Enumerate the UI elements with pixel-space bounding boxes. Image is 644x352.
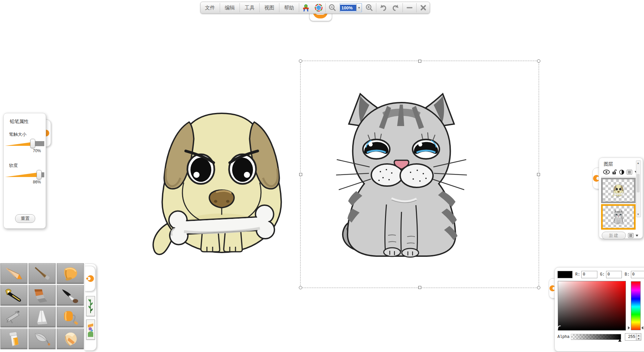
contrast-icon[interactable] — [619, 170, 624, 175]
selection-marquee[interactable] — [300, 61, 539, 288]
fountain-pen-icon — [4, 287, 24, 303]
brush-workspace-button[interactable] — [300, 2, 312, 13]
saturation-value-picker[interactable] — [558, 281, 626, 331]
divider — [279, 3, 279, 12]
selection-handle-bottom-right[interactable] — [537, 286, 540, 289]
sv-cursor[interactable] — [557, 326, 563, 331]
palette-tab[interactable] — [85, 266, 95, 291]
menu-file[interactable]: 文件 — [201, 2, 219, 13]
brush-tile-charcoal[interactable] — [29, 263, 56, 284]
reset-button[interactable]: 重置 — [15, 214, 35, 223]
main-toolbar: 文件 编辑 工具 视图 帮助 100% ▼ — [200, 2, 430, 14]
alpha-marker[interactable] — [618, 339, 622, 342]
lock-icon[interactable] — [612, 169, 617, 175]
brush-tile-pencil[interactable] — [0, 263, 28, 284]
rgb-row: R: 0 G: 0 B: 0 — [557, 271, 644, 278]
brush-tile-flat-brush[interactable] — [29, 285, 56, 306]
selection-handle-bottom-middle[interactable] — [418, 286, 421, 289]
softness-slider-handle[interactable] — [37, 170, 42, 179]
menu-edit[interactable]: 编辑 — [220, 2, 239, 13]
zoom-level-field[interactable]: 100% ▼ — [340, 3, 362, 12]
zoom-out-icon — [328, 4, 336, 12]
ink-brush-icon — [60, 287, 81, 303]
alpha-value[interactable]: 255 — [625, 334, 636, 340]
brush-tile-airbrush[interactable] — [0, 307, 28, 328]
brush-size-slider-handle[interactable] — [30, 139, 35, 148]
zoom-level-value[interactable]: 100% — [340, 5, 356, 11]
color-picker-panel: R: 0 G: 0 B: 0 Alpha 255 ▲ ▼ — [554, 267, 644, 352]
scroll-up-icon[interactable]: ▲ — [636, 162, 640, 165]
color-workspace-button[interactable] — [312, 2, 325, 13]
layers-scrollbar[interactable]: ▲ ▼ — [636, 160, 641, 217]
visibility-eye-icon[interactable] — [603, 170, 610, 174]
dog-drawing[interactable] — [146, 108, 298, 257]
g-input[interactable]: 0 — [606, 271, 622, 278]
selection-handle-top-left[interactable] — [299, 59, 302, 63]
undo-button[interactable] — [377, 2, 389, 13]
layer-menu-icon[interactable] — [627, 170, 632, 175]
close-icon — [419, 4, 427, 12]
softness-slider[interactable] — [5, 170, 44, 179]
flat-brush-icon — [32, 287, 53, 303]
brush-size-slider[interactable] — [5, 139, 44, 148]
layers-bottom-bar: 新建 — [602, 232, 643, 239]
zoom-in-icon — [365, 4, 373, 12]
divider — [299, 3, 299, 12]
chevron-down-icon[interactable] — [636, 235, 638, 237]
scroll-down-icon[interactable]: ▼ — [636, 213, 640, 216]
b-input[interactable]: 0 — [631, 271, 644, 278]
spinner-up-icon[interactable]: ▲ — [636, 334, 641, 337]
airbrush-icon — [4, 309, 24, 325]
divider — [239, 3, 240, 12]
charcoal-icon — [32, 266, 53, 282]
selection-handle-top-middle[interactable] — [418, 60, 421, 63]
selection-handle-middle-left[interactable] — [299, 173, 302, 176]
selection-handle-middle-right[interactable] — [537, 173, 540, 176]
spinner-down-icon[interactable]: ▼ — [636, 337, 641, 340]
alpha-row: Alpha — [557, 334, 621, 340]
layer-item-cat[interactable] — [601, 204, 636, 230]
palette-knife-icon — [32, 309, 53, 325]
b-label: B: — [625, 272, 629, 277]
selection-handle-bottom-left[interactable] — [299, 286, 302, 289]
brush-tile-eraser[interactable] — [57, 329, 84, 349]
new-layer-button[interactable]: 新建 — [602, 232, 626, 239]
pencil-icon — [4, 266, 24, 282]
minimize-button[interactable] — [403, 2, 416, 13]
alpha-slider[interactable] — [571, 334, 621, 340]
brush-tile-palette-knife[interactable] — [29, 307, 56, 328]
pencil-panel-title: 铅笔属性 — [10, 119, 46, 125]
selection-handle-top-right[interactable] — [537, 59, 540, 63]
brush-tile-pastel[interactable] — [57, 263, 84, 284]
undo-icon — [379, 4, 387, 12]
menu-help[interactable]: 帮助 — [280, 2, 299, 13]
brush-tile-fountain-pen[interactable] — [0, 285, 28, 306]
brush-tile-leaf-knife[interactable] — [29, 329, 56, 349]
divider — [325, 3, 326, 12]
pencil-properties-panel: 铅笔属性 笔触大小 70% 软度 86% 重置 — [3, 113, 46, 229]
brush-tile-paint-roller[interactable] — [57, 307, 84, 328]
close-button[interactable] — [417, 2, 430, 13]
current-color-swatch[interactable] — [557, 271, 573, 278]
zoom-out-button[interactable] — [326, 2, 339, 13]
brush-tile-paint-jar[interactable] — [0, 329, 28, 349]
hue-marker-right[interactable] — [641, 326, 643, 330]
palette-rail — [85, 263, 97, 351]
layer-options-icon[interactable] — [628, 233, 634, 238]
redo-button[interactable] — [389, 2, 402, 13]
layer-item-dog[interactable] — [601, 178, 636, 203]
menu-tools[interactable]: 工具 — [240, 2, 259, 13]
scrollbar-thumb[interactable] — [637, 174, 640, 192]
hue-marker-left[interactable] — [628, 326, 630, 330]
zoom-dropdown-button[interactable]: ▼ — [356, 4, 362, 11]
softness-label: 软度 — [9, 163, 46, 169]
picture-stamp-button[interactable] — [86, 319, 95, 340]
brush-tile-ink-brush[interactable] — [57, 285, 84, 306]
rainbow-figure-icon — [302, 4, 310, 12]
zoom-in-button[interactable] — [363, 2, 376, 13]
hue-slider[interactable] — [631, 281, 641, 330]
plant-stamp-button[interactable] — [86, 296, 95, 316]
r-input[interactable]: 0 — [581, 271, 597, 278]
menu-view[interactable]: 视图 — [260, 2, 279, 13]
divider — [416, 3, 417, 12]
